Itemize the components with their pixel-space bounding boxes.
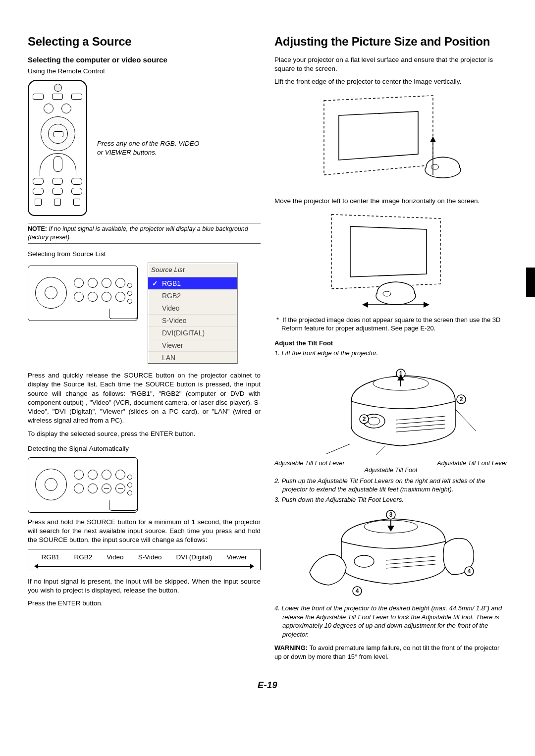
left-title: Selecting a Source bbox=[28, 35, 261, 49]
left-column: Selecting a Source Selecting the compute… bbox=[28, 35, 261, 667]
source-item-lan[interactable]: LAN bbox=[148, 352, 237, 364]
tilt-callout-foot: Adjustable Tilt Foot bbox=[274, 467, 507, 474]
left-subtitle-1: Selecting the computer or video source bbox=[28, 55, 261, 64]
svg-text:4: 4 bbox=[356, 588, 359, 594]
figure-horizontal-center bbox=[274, 210, 507, 309]
page-edge-tab bbox=[526, 268, 535, 297]
svg-text:4: 4 bbox=[468, 568, 471, 575]
remote-control-illustration bbox=[28, 80, 87, 216]
svg-marker-11 bbox=[362, 302, 368, 308]
callout-lever-left: Adjustable Tilt Foot Lever bbox=[274, 460, 345, 467]
right-p3: Move the projector left to center the im… bbox=[274, 197, 507, 206]
svg-text:2: 2 bbox=[363, 416, 366, 423]
step-2: 2. Push up the Adjustable Tilt Foot Leve… bbox=[274, 477, 507, 494]
right-column: Adjusting the Picture Size and Position … bbox=[274, 35, 507, 667]
right-title: Adjusting the Picture Size and Position bbox=[274, 35, 507, 49]
remote-figure-row: Press any one of the RGB, VIDEO or VIEWE… bbox=[28, 80, 261, 216]
source-item-dvi[interactable]: DVI(DIGITAL) bbox=[148, 327, 237, 339]
source-item-rgb1[interactable]: RGB1 bbox=[148, 277, 237, 290]
source-item-svideo[interactable]: S-Video bbox=[148, 315, 237, 327]
source-para-3: If no input signal is present, the input… bbox=[28, 577, 261, 595]
callout-foot: Adjustable Tilt Foot bbox=[365, 467, 418, 474]
remote-hint-text: Press any one of the RGB, VIDEO or VIEWE… bbox=[97, 139, 201, 157]
source-list-menu: Source List RGB1 RGB2 Video S-Video DVI(… bbox=[148, 263, 238, 364]
warning-text: To avoid premature lamp failure, do not … bbox=[274, 644, 499, 660]
source-para-2: Press and hold the SOURCE button for a m… bbox=[28, 518, 261, 545]
source-list-figure-row: Source List RGB1 RGB2 Video S-Video DVI(… bbox=[28, 263, 261, 364]
source-para-1: Press and quickly release the SOURCE but… bbox=[28, 371, 261, 425]
seq-svideo: S-Video bbox=[138, 553, 162, 561]
selecting-from-source-list-label: Selecting from Source List bbox=[28, 250, 261, 259]
svg-text:2: 2 bbox=[460, 396, 463, 403]
page-number: E-19 bbox=[28, 680, 507, 691]
svg-marker-5 bbox=[430, 136, 436, 142]
tilt-callouts: Adjustable Tilt Foot Lever Adjustable Ti… bbox=[274, 460, 507, 467]
adjust-tilt-heading: Adjust the Tilt Foot bbox=[274, 339, 507, 347]
warning-block: WARNING: To avoid premature lamp failure… bbox=[274, 644, 507, 661]
seq-viewer: Viewer bbox=[226, 553, 247, 561]
svg-line-29 bbox=[455, 409, 476, 431]
svg-marker-7 bbox=[350, 226, 427, 277]
seq-video: Video bbox=[107, 553, 123, 561]
svg-marker-12 bbox=[424, 302, 429, 308]
source-item-video[interactable]: Video bbox=[148, 302, 237, 315]
source-item-rgb2[interactable]: RGB2 bbox=[148, 290, 237, 302]
detecting-label: Detecting the Signal Automatically bbox=[28, 444, 261, 453]
seq-rgb1: RGB1 bbox=[42, 553, 60, 561]
right-p1: Place your projector on a flat level sur… bbox=[274, 55, 507, 73]
figure-tilt-foot-2: 3 4 4 bbox=[274, 508, 507, 597]
svg-point-31 bbox=[354, 555, 374, 567]
svg-line-28 bbox=[326, 444, 350, 454]
warning-label: WARNING: bbox=[274, 644, 308, 651]
step-3: 3. Push down the Adjustable Tilt Foot Le… bbox=[274, 495, 507, 504]
svg-point-9 bbox=[383, 291, 391, 296]
note-block: NOTE: If no input signal is available, t… bbox=[28, 223, 261, 244]
svg-point-3 bbox=[431, 164, 439, 169]
using-remote-label: Using the Remote Control bbox=[28, 67, 261, 76]
figure-tilt-foot-1: 1 2 2 bbox=[274, 362, 507, 456]
right-footnote: * If the projected image does not appear… bbox=[274, 316, 507, 333]
projector-panel-illustration-2 bbox=[28, 457, 138, 513]
source-list-title: Source List bbox=[148, 263, 237, 277]
step-4: 4. Lower the front of the projector to t… bbox=[274, 604, 507, 639]
source-item-viewer[interactable]: Viewer bbox=[148, 339, 237, 352]
svg-marker-1 bbox=[339, 111, 418, 160]
note-label: NOTE: bbox=[28, 225, 47, 232]
note-text: If no input signal is available, the pro… bbox=[28, 225, 248, 241]
source-para-3b: Press the ENTER button. bbox=[28, 599, 261, 608]
source-sequence-box: RGB1 RGB2 Video S-Video DVI (Digital) Vi… bbox=[28, 549, 261, 570]
seq-rgb2: RGB2 bbox=[74, 553, 92, 561]
right-p2: Lift the front edge of the projector to … bbox=[274, 77, 507, 86]
step-1: 1. Lift the front edge of the projector. bbox=[274, 349, 507, 358]
projector-panel-illustration-1 bbox=[28, 266, 138, 321]
svg-line-30 bbox=[376, 446, 385, 455]
callout-lever-right: Adjustable Tilt Foot Lever bbox=[437, 460, 507, 467]
source-para-1b: To display the selected source, press th… bbox=[28, 430, 261, 438]
svg-point-14 bbox=[368, 417, 380, 425]
seq-dvi: DVI (Digital) bbox=[176, 553, 213, 561]
figure-vertical-center bbox=[274, 91, 507, 190]
svg-text:3: 3 bbox=[389, 511, 393, 518]
